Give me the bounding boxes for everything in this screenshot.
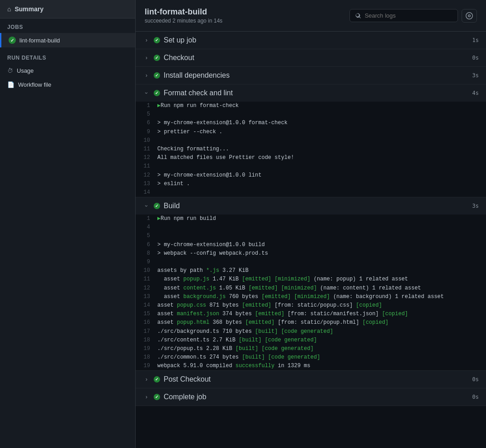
section-format-label: Format check and lint [164,89,233,97]
log-line: 13 asset background.js 760 bytes [emitte… [136,293,486,301]
line-content: > my-chrome-extension@1.0.0 format-check [157,119,479,127]
header-right [349,9,477,23]
chevron-down-icon: › [143,202,150,210]
log-content: › Set up job 1s › Checkout 0s [136,32,486,406]
section-complete-left: › Complete job [143,393,206,401]
log-line: 4 [136,223,486,232]
line-content: asset manifest.json 374 bytes [emitted] … [157,310,479,318]
log-line: 19 webpack 5.91.0 compiled successfully … [136,362,486,370]
line-content: > webpack --config webpack.prod.ts [157,249,479,258]
line-content: assets by path *.js 3.27 KiB [157,266,479,275]
log-line: 5 [136,110,486,119]
section-install: › Install dependencies 3s [136,67,486,84]
section-setup: › Set up job 1s [136,32,486,49]
line-content: asset background.js 760 bytes [emitted] … [157,293,479,301]
section-complete-header[interactable]: › Complete job 0s [136,388,486,406]
section-post-checkout-time: 0s [472,376,479,383]
log-line: 11 asset popup.js 1.47 KiB [emitted] [mi… [136,275,486,284]
gear-icon [466,12,473,19]
job-status-icon [9,37,16,44]
line-number: 5 [136,110,157,119]
line-number: 11 [136,275,157,284]
search-input[interactable] [365,12,452,19]
format-log-lines: 1 ▶Run npm run format-check 5 6 > my-chr… [136,102,486,197]
log-line: 14 asset popup.css 871 bytes [emitted] [… [136,301,486,310]
section-build-header[interactable]: › Build 3s [136,197,486,215]
line-number: 13 [136,180,157,188]
line-content: asset content.js 1.05 KiB [emitted] [min… [157,284,479,293]
line-number: 1 [136,102,157,110]
line-number: 8 [136,249,157,258]
section-install-left: › Install dependencies [143,71,230,79]
log-line: 12 All matched files use Prettier code s… [136,154,486,162]
header-left: lint-format-build succeeded 2 minutes ag… [145,7,222,24]
line-content: asset popup.html 368 bytes [emitted] [fr… [157,318,479,327]
section-checkout: › Checkout 0s [136,49,486,67]
line-number: 12 [136,284,157,293]
log-line: 6 > my-chrome-extension@1.0.0 build [136,241,486,249]
section-post-checkout-label: Post Checkout [164,375,211,383]
line-content: asset popup.js 1.47 KiB [emitted] [minim… [157,275,479,284]
line-content: ▶Run npm run format-check [157,102,479,110]
section-status-icon [154,376,160,383]
section-status-icon [154,37,160,43]
log-line: 17 ./src/background.ts 710 bytes [built]… [136,327,486,336]
home-icon: ⌂ [7,5,11,13]
line-number: 19 [136,362,157,370]
line-number: 10 [136,136,157,145]
main-header: lint-format-build succeeded 2 minutes ag… [136,0,486,32]
section-post-checkout-left: › Post Checkout [143,375,211,383]
section-complete-label: Complete job [164,393,206,401]
log-line: 18 ./src/content.ts 2.7 KiB [built] [cod… [136,336,486,345]
section-setup-left: › Set up job [143,36,196,44]
section-format-header[interactable]: › Format check and lint 4s [136,84,486,102]
section-post-checkout-header[interactable]: › Post Checkout 0s [136,371,486,388]
section-format-lint: › Format check and lint 4s 1 ▶Run npm ru… [136,84,486,197]
log-line: 14 [136,188,486,197]
clock-icon: ⏱ [7,67,13,74]
line-number: 17 [136,327,157,336]
line-content: ./src/content.ts 2.7 KiB [built] [code g… [157,336,479,345]
line-content: ./src/background.ts 710 bytes [built] [c… [157,327,479,336]
settings-button[interactable] [462,9,477,23]
main-content: lint-format-build succeeded 2 minutes ag… [136,0,486,448]
search-box[interactable] [349,9,458,22]
section-build-label: Build [164,202,180,210]
workflow-label: Workflow file [18,81,51,88]
log-line: 8 > webpack --config webpack.prod.ts [136,249,486,258]
chevron-right-icon: › [143,72,150,79]
sidebar-usage-item[interactable]: ⏱ Usage [0,64,135,78]
search-icon [355,13,361,19]
section-checkout-left: › Checkout [143,54,194,62]
log-line: 1 ▶Run npm run format-check [136,102,486,110]
section-install-header[interactable]: › Install dependencies 3s [136,67,486,84]
log-line: 18 ./src/common.ts 274 bytes [built] [co… [136,353,486,362]
summary-link[interactable]: ⌂ Summary [0,0,135,19]
section-post-checkout: › Post Checkout 0s [136,371,486,388]
line-number: 18 [136,353,157,362]
line-number: 6 [136,241,157,249]
line-number: 18 [136,336,157,345]
log-line: 12 > my-chrome-extension@1.0.0 lint [136,171,486,180]
line-content: > my-chrome-extension@1.0.0 lint [157,171,479,180]
log-line: 10 assets by path *.js 3.27 KiB [136,266,486,275]
log-line: 5 [136,232,486,240]
sidebar-workflow-item[interactable]: 📄 Workflow file [0,78,135,92]
job-item-lint-format-build[interactable]: lint-format-build [0,33,135,47]
line-number: 5 [136,232,157,240]
run-details-label: Run details [0,47,135,64]
section-status-icon [154,55,160,61]
line-content: > prettier --check . [157,128,479,136]
line-number: 1 [136,215,157,223]
section-format-left: › Format check and lint [143,89,233,97]
line-number: 14 [136,301,157,310]
line-content: > eslint . [157,180,479,188]
section-setup-header[interactable]: › Set up job 1s [136,32,486,49]
line-number: 4 [136,223,157,232]
section-checkout-header[interactable]: › Checkout 0s [136,49,486,66]
file-icon: 📄 [7,81,14,88]
log-line: 16 asset popup.html 368 bytes [emitted] … [136,318,486,327]
jobs-section-label: Jobs [0,19,135,33]
line-number: 19 [136,345,157,353]
line-number: 6 [136,119,157,127]
